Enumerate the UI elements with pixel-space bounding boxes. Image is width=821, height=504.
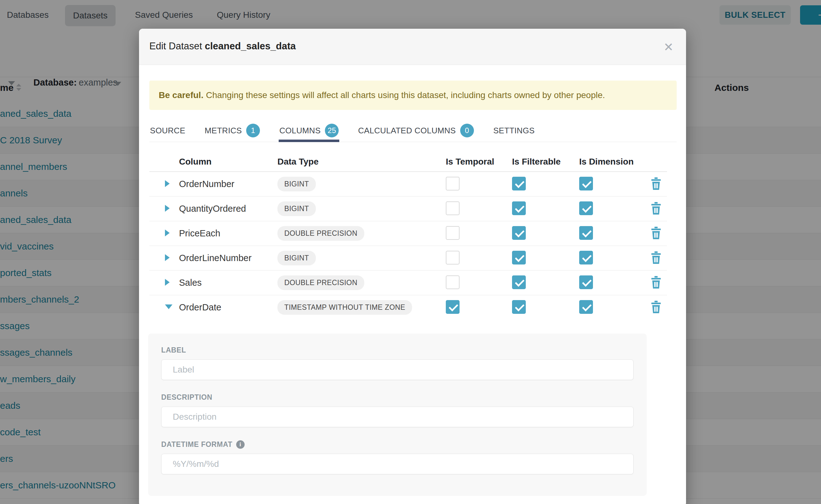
header-column: Column <box>179 157 277 167</box>
is-dimension-checkbox[interactable] <box>579 300 593 314</box>
metrics-count-badge: 1 <box>246 124 260 137</box>
delete-icon[interactable] <box>651 202 661 215</box>
delete-icon[interactable] <box>651 251 661 264</box>
data-type-pill: DOUBLE PRECISION <box>277 275 364 290</box>
column-name: QuantityOrdered <box>179 204 277 214</box>
expand-caret-icon[interactable] <box>165 279 170 286</box>
is-filterable-checkbox[interactable] <box>512 177 526 190</box>
label-input[interactable] <box>161 359 634 380</box>
column-row: OrderDate TIMESTAMP WITHOUT TIME ZONE <box>149 295 667 319</box>
expand-caret-icon[interactable] <box>165 230 170 236</box>
tab-settings[interactable]: SETTINGS <box>493 119 535 142</box>
data-type-pill: TIMESTAMP WITHOUT TIME ZONE <box>277 300 412 315</box>
is-dimension-checkbox[interactable] <box>579 201 593 215</box>
columns-table-header: Column Data Type Is Temporal Is Filterab… <box>149 152 667 171</box>
column-name: PriceEach <box>179 228 277 239</box>
delete-icon[interactable] <box>651 276 661 289</box>
columns-rows: OrderNumber BIGINT QuantityOrdered <box>149 172 667 319</box>
description-field-label: DESCRIPTION <box>161 393 634 402</box>
datetime-format-field-label: DATETIME FORMAT i <box>161 440 634 449</box>
tab-metrics[interactable]: METRICS1 <box>204 119 260 142</box>
calculated-columns-count-badge: 0 <box>460 124 474 137</box>
datetime-format-input[interactable] <box>161 454 634 474</box>
expand-caret-icon[interactable] <box>165 254 170 261</box>
is-dimension-checkbox[interactable] <box>579 226 593 240</box>
data-type-pill: BIGINT <box>277 177 316 191</box>
is-temporal-checkbox[interactable] <box>446 275 460 289</box>
is-dimension-checkbox[interactable] <box>579 251 593 264</box>
column-detail-panel: LABEL DESCRIPTION DATETIME FORMAT i <box>148 334 647 496</box>
modal-header: Edit Dataset cleaned_sales_data ✕ <box>139 29 686 65</box>
column-row: OrderNumber BIGINT <box>149 172 667 197</box>
delete-icon[interactable] <box>651 227 661 239</box>
expand-caret-icon[interactable] <box>165 180 170 187</box>
warning-bold: Be careful. <box>159 90 203 100</box>
screen: Databases Datasets Saved Queries Query H… <box>0 0 821 504</box>
is-temporal-checkbox[interactable] <box>446 177 460 190</box>
column-row: OrderLineNumber BIGINT <box>149 246 667 271</box>
column-row: QuantityOrdered BIGINT <box>149 197 667 221</box>
modal-title: Edit Dataset cleaned_sales_data <box>149 41 296 52</box>
header-data-type: Data Type <box>277 157 446 167</box>
info-icon[interactable]: i <box>236 440 245 449</box>
tab-source[interactable]: SOURCE <box>149 119 186 142</box>
is-filterable-checkbox[interactable] <box>512 275 526 289</box>
header-is-temporal: Is Temporal <box>446 157 512 167</box>
header-is-dimension: Is Dimension <box>579 157 651 167</box>
is-temporal-checkbox[interactable] <box>446 251 460 264</box>
column-name: OrderNumber <box>179 179 277 189</box>
is-temporal-checkbox[interactable] <box>446 300 460 314</box>
edit-dataset-modal: Edit Dataset cleaned_sales_data ✕ Be car… <box>139 29 686 504</box>
data-type-pill: DOUBLE PRECISION <box>277 226 364 241</box>
expand-caret-icon[interactable] <box>165 205 170 212</box>
delete-icon[interactable] <box>651 177 661 190</box>
column-name: Sales <box>179 278 277 288</box>
column-name: OrderLineNumber <box>179 253 277 263</box>
columns-table: Column Data Type Is Temporal Is Filterab… <box>149 152 667 319</box>
tab-columns[interactable]: COLUMNS25 <box>279 119 339 142</box>
is-temporal-checkbox[interactable] <box>446 226 460 240</box>
column-row: Sales DOUBLE PRECISION <box>149 271 667 295</box>
tab-calculated-columns[interactable]: CALCULATED COLUMNS0 <box>357 119 475 142</box>
data-type-pill: BIGINT <box>277 251 316 265</box>
is-filterable-checkbox[interactable] <box>512 300 526 314</box>
column-row: PriceEach DOUBLE PRECISION <box>149 221 667 246</box>
expand-caret-icon[interactable] <box>165 304 172 309</box>
warning-text: Changing these settings will affect all … <box>206 90 605 100</box>
is-filterable-checkbox[interactable] <box>512 201 526 215</box>
column-name: OrderDate <box>179 302 277 313</box>
is-filterable-checkbox[interactable] <box>512 251 526 264</box>
description-field-group: DESCRIPTION <box>161 393 634 427</box>
label-field-label: LABEL <box>161 346 634 354</box>
delete-icon[interactable] <box>651 301 661 313</box>
is-temporal-checkbox[interactable] <box>446 201 460 215</box>
data-type-pill: BIGINT <box>277 201 316 216</box>
close-icon[interactable]: ✕ <box>660 39 677 55</box>
is-dimension-checkbox[interactable] <box>579 177 593 190</box>
modal-tabs: SOURCE METRICS1 COLUMNS25 CALCULATED COL… <box>149 119 677 142</box>
is-filterable-checkbox[interactable] <box>512 226 526 240</box>
description-input[interactable] <box>161 407 634 427</box>
label-field-group: LABEL <box>161 346 634 380</box>
dataset-name: cleaned_sales_data <box>205 41 295 52</box>
columns-count-badge: 25 <box>325 124 339 137</box>
header-is-filterable: Is Filterable <box>512 157 579 167</box>
is-dimension-checkbox[interactable] <box>579 275 593 289</box>
datetime-format-field-group: DATETIME FORMAT i <box>161 440 634 474</box>
warning-banner: Be careful. Changing these settings will… <box>149 81 677 110</box>
